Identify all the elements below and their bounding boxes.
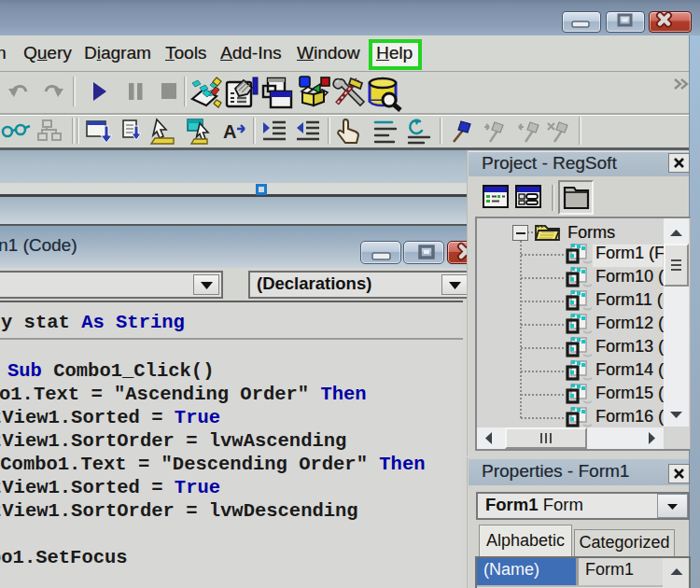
svg-text:A: A <box>223 121 236 142</box>
